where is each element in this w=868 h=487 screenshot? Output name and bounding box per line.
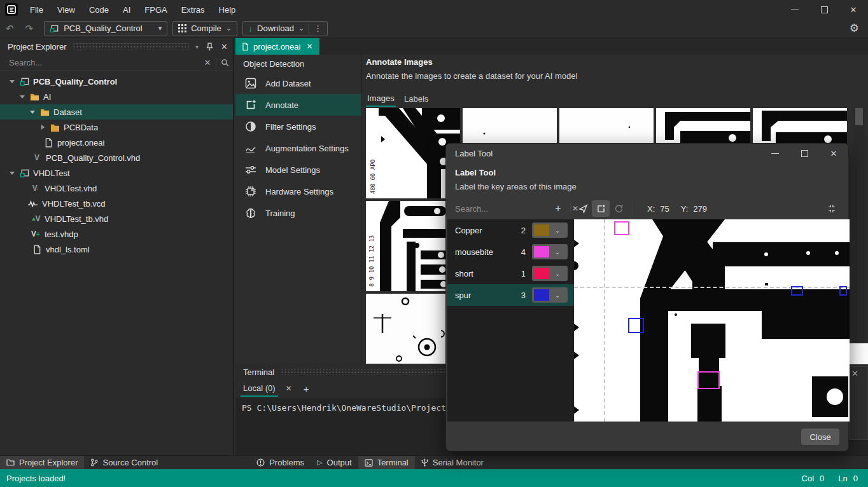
new-terminal-icon[interactable]: + bbox=[304, 383, 309, 394]
cursor-y-coordinate: Y:279 bbox=[681, 204, 707, 214]
menu-ai[interactable]: AI bbox=[116, 0, 137, 19]
sidebar-item-filter-settings[interactable]: Filter Settings bbox=[235, 116, 361, 137]
tree-item-project[interactable]: PCB_Quality_Control bbox=[0, 74, 233, 89]
bottombar-project-explorer[interactable]: Project Explorer bbox=[0, 456, 84, 469]
terminal-tab-close-icon[interactable]: ✕ bbox=[286, 384, 292, 393]
label-color-dropdown[interactable]: ⌄ bbox=[532, 223, 568, 238]
bottombar-source-control[interactable]: Source Control bbox=[84, 456, 164, 469]
download-label: Download bbox=[257, 24, 294, 33]
tree-item-file-tb-vhd[interactable]: ▲V VHDLTest_tb.vhd bbox=[0, 211, 233, 226]
label-row-copper[interactable]: Copper 2 ⌄ bbox=[447, 219, 574, 241]
fit-to-screen-icon[interactable] bbox=[823, 200, 841, 217]
tab-labels[interactable]: Labels bbox=[403, 90, 430, 107]
undo-button[interactable]: ↶ bbox=[0, 23, 20, 34]
close-dialog-button[interactable]: Close bbox=[801, 429, 839, 445]
tree-item-file-toml[interactable]: vhdl_ls.toml bbox=[0, 242, 233, 257]
label-row-short[interactable]: short 1 ⌄ bbox=[447, 263, 574, 284]
images-scrollbar[interactable] bbox=[853, 108, 865, 364]
settings-gear-icon[interactable]: ⚙ bbox=[850, 22, 859, 35]
search-icon[interactable] bbox=[216, 58, 233, 67]
bottombar-terminal[interactable]: Terminal bbox=[358, 456, 415, 469]
collapse-arrow-icon[interactable] bbox=[39, 124, 46, 130]
annotation-box-mousebite[interactable] bbox=[697, 371, 720, 389]
menu-help[interactable]: Help bbox=[212, 0, 243, 19]
annotation-box-spur[interactable] bbox=[791, 286, 803, 296]
annotation-box-spur[interactable] bbox=[839, 286, 847, 296]
label-color-dropdown[interactable]: ⌄ bbox=[532, 244, 568, 259]
tree-item-file-vhd[interactable]: V PCB_Quality_Control.vhd bbox=[0, 150, 233, 165]
window-maximize-button[interactable] bbox=[809, 0, 839, 19]
partial-thumbnail bbox=[849, 343, 868, 364]
window-minimize-button[interactable] bbox=[780, 0, 809, 19]
dialog-title-bar[interactable]: Label Tool ✕ bbox=[446, 144, 848, 163]
bottombar-output[interactable]: ▷ Output bbox=[311, 456, 358, 469]
project-search-input[interactable] bbox=[8, 57, 199, 68]
expand-arrow-icon[interactable] bbox=[9, 78, 15, 85]
expand-arrow-icon[interactable] bbox=[29, 109, 36, 115]
tree-item-folder-pcbdata[interactable]: PCBData bbox=[0, 120, 233, 135]
tree-item-file-vhdltest-vhd[interactable]: V↓ VHDLTest.vhd bbox=[0, 181, 233, 196]
dialog-minimize-button[interactable] bbox=[760, 144, 790, 163]
dialog-maximize-button[interactable] bbox=[790, 144, 819, 163]
tree-item-label: VHDLTest.vhd bbox=[45, 184, 97, 193]
scrollbar-thumb[interactable] bbox=[855, 108, 863, 125]
panel-menu-icon[interactable]: ▾ bbox=[195, 43, 199, 50]
tab-close-icon[interactable]: ✕ bbox=[306, 42, 312, 51]
more-options-kebab-icon[interactable]: ⋮ bbox=[314, 24, 322, 33]
label-row-mousebite[interactable]: mousebite 4 ⌄ bbox=[447, 241, 574, 263]
menu-extras[interactable]: Extras bbox=[174, 0, 212, 19]
clear-search-icon[interactable]: ✕ bbox=[199, 58, 216, 67]
compile-button[interactable]: Compile ⌄ bbox=[172, 21, 237, 36]
tree-item-project-vhdltest[interactable]: VHDLTest bbox=[0, 165, 233, 181]
dialog-close-button[interactable]: ✕ bbox=[819, 144, 848, 163]
dialog-subheading: Label the key areas of this image bbox=[455, 182, 577, 191]
tree-item-folder-dataset[interactable]: Dataset bbox=[0, 104, 233, 120]
vhdl-testbench-file-icon: ▲V bbox=[31, 214, 41, 224]
menu-file[interactable]: File bbox=[23, 0, 50, 19]
panel-close-icon[interactable]: ✕ bbox=[221, 42, 228, 51]
sidebar-item-model-settings[interactable]: Model Settings bbox=[235, 159, 361, 181]
redo-button[interactable]: ↷ bbox=[20, 23, 39, 34]
add-label-icon[interactable]: + bbox=[549, 200, 567, 217]
menu-view[interactable]: View bbox=[50, 0, 82, 19]
drag-handle-dots[interactable] bbox=[73, 43, 189, 50]
label-row-spur[interactable]: spur 3 ⌄ bbox=[447, 284, 574, 306]
bottombar-serial-monitor[interactable]: Serial Monitor bbox=[415, 456, 490, 469]
pin-icon[interactable] bbox=[206, 43, 213, 51]
window-close-button[interactable]: ✕ bbox=[839, 0, 868, 19]
sidebar-item-training[interactable]: Training bbox=[235, 202, 361, 224]
oneware-logo-icon[interactable] bbox=[5, 3, 18, 16]
annotation-canvas[interactable] bbox=[574, 219, 850, 422]
menu-code[interactable]: Code bbox=[82, 0, 116, 19]
annotation-box-spur[interactable] bbox=[628, 318, 644, 333]
waveform-file-icon bbox=[28, 198, 38, 209]
download-button[interactable]: ↓ Download ⌄ ⋮ bbox=[242, 21, 328, 36]
tab-project-oneai[interactable]: project.oneai ✕ bbox=[235, 38, 319, 55]
annotation-box-mousebite[interactable] bbox=[614, 221, 629, 235]
sidebar-item-annotate[interactable]: Annotate bbox=[235, 94, 361, 116]
project-selector[interactable]: PCB_Quality_Control ▾ bbox=[44, 21, 167, 36]
terminal-tab-local[interactable]: Local (0) bbox=[241, 380, 278, 397]
rotate-box-icon[interactable] bbox=[610, 200, 627, 217]
editor-tab-bar: project.oneai ✕ bbox=[235, 38, 868, 55]
crosshair-horizontal-line bbox=[574, 287, 850, 288]
sidebar-item-augmentation-settings[interactable]: Augmentation Settings bbox=[235, 137, 361, 159]
draw-box-icon[interactable] bbox=[592, 200, 610, 217]
label-color-dropdown[interactable]: ⌄ bbox=[532, 266, 568, 281]
tree-item-file-oneai[interactable]: project.oneai bbox=[0, 135, 233, 150]
tab-images[interactable]: Images bbox=[366, 90, 396, 107]
tree-item-folder-ai[interactable]: AI bbox=[0, 89, 233, 104]
select-cursor-icon[interactable] bbox=[574, 200, 592, 217]
tree-item-file-vcd[interactable]: VHDLTest_tb.vcd bbox=[0, 196, 233, 211]
tree-item-file-vhdp[interactable]: V+ test.vhdp bbox=[0, 226, 233, 242]
menu-fpga[interactable]: FPGA bbox=[137, 0, 174, 19]
expand-arrow-icon[interactable] bbox=[9, 170, 15, 176]
bottombar-problems[interactable]: Problems bbox=[250, 456, 311, 469]
label-color-dropdown[interactable]: ⌄ bbox=[532, 287, 568, 303]
pane-close-icon[interactable]: ✕ bbox=[851, 369, 858, 378]
expand-arrow-icon[interactable] bbox=[19, 93, 25, 100]
annotate-title: Annotate Images bbox=[366, 57, 433, 67]
chevron-down-icon: ⌄ bbox=[226, 24, 232, 32]
sidebar-item-add-dataset[interactable]: Add Dataset bbox=[235, 72, 361, 94]
sidebar-item-hardware-settings[interactable]: Hardware Settings bbox=[235, 181, 361, 202]
